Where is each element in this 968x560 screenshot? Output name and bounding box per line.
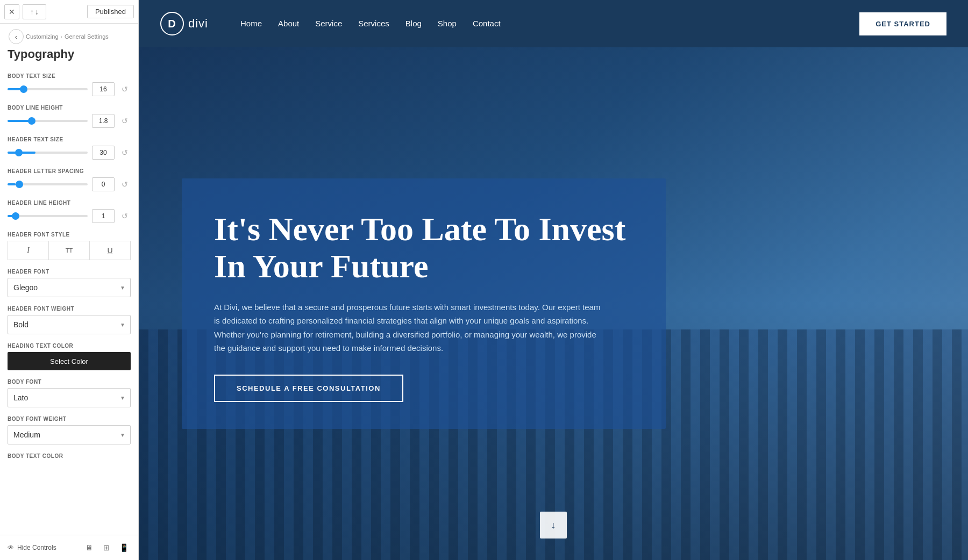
nav-services[interactable]: Services	[358, 19, 389, 28]
body-text-size-track[interactable]	[8, 88, 88, 90]
site-cta-button[interactable]: GET STARTED	[859, 12, 946, 35]
nav-home-link[interactable]: Home	[240, 19, 262, 28]
body-line-height-reset[interactable]: ↺	[119, 115, 131, 127]
header-font-group: HEADER FONT Glegoo ▼	[8, 269, 131, 297]
tablet-icon[interactable]: ⊞	[99, 541, 113, 555]
header-line-height-thumb[interactable]	[12, 212, 19, 220]
heading-text-color-label: HEADING TEXT COLOR	[8, 343, 131, 349]
nav-blog[interactable]: Blog	[405, 19, 422, 28]
body-line-height-thumb[interactable]	[28, 117, 35, 125]
hero-cta-button[interactable]: SCHEDULE A FREE CONSULTATION	[214, 375, 403, 402]
body-text-size-thumb[interactable]	[20, 85, 27, 93]
body-text-color-label: BODY TEXT COLOR	[8, 453, 131, 459]
breadcrumb-current: General Settings	[65, 33, 109, 40]
left-panel: ✕ ↑ ↓ Published ‹ Customizing › General …	[0, 0, 139, 560]
scroll-down-button[interactable]: ↓	[540, 512, 567, 539]
body-line-height-label: BODY LINE HEIGHT	[8, 105, 131, 111]
top-bar: ✕ ↑ ↓ Published	[0, 0, 138, 24]
nav-service[interactable]: Service	[315, 19, 342, 28]
logo-circle: D	[160, 12, 184, 35]
header-line-height-value[interactable]: 1	[92, 209, 115, 223]
header-line-height-label: HEADER LINE HEIGHT	[8, 200, 131, 206]
header-text-size-value[interactable]: 30	[92, 146, 115, 160]
bottom-icons: 🖥 ⊞ 📱	[82, 541, 131, 555]
header-letter-spacing-group: HEADER LETTER SPACING 0 ↺	[8, 168, 131, 191]
nav-about-link[interactable]: About	[278, 19, 299, 28]
body-font-select-wrapper: Lato ▼	[8, 388, 131, 407]
heading-text-color-group: HEADING TEXT COLOR Select Color	[8, 343, 131, 370]
nav-shop[interactable]: Shop	[438, 19, 457, 28]
hero-content: It's Never Too Late To Invest In Your Fu…	[182, 178, 666, 428]
body-line-height-slider-row: 1.8 ↺	[8, 114, 131, 128]
header-line-height-track[interactable]	[8, 215, 88, 217]
nav-blog-link[interactable]: Blog	[405, 19, 422, 28]
header-letter-spacing-thumb[interactable]	[16, 181, 23, 188]
body-line-height-track[interactable]	[8, 120, 88, 122]
body-font-group: BODY FONT Lato ▼	[8, 379, 131, 407]
nav-contact[interactable]: Contact	[473, 19, 501, 28]
hero-body: At Divi, we believe that a secure and pr…	[214, 300, 601, 355]
header-font-label: HEADER FONT	[8, 269, 131, 275]
body-font-weight-select[interactable]: Medium	[8, 425, 131, 444]
body-font-weight-label: BODY FONT WEIGHT	[8, 416, 131, 422]
underline-button[interactable]: U	[90, 241, 131, 260]
breadcrumb-separator: ›	[61, 34, 62, 40]
header-font-weight-select[interactable]: Bold	[8, 315, 131, 334]
header-font-select[interactable]: Glegoo	[8, 278, 131, 297]
site-nav: Home About Service Services Blog Shop Co…	[240, 19, 501, 28]
header-text-size-thumb[interactable]	[15, 149, 23, 156]
bottom-bar: 👁 Hide Controls 🖥 ⊞ 📱	[0, 535, 138, 560]
body-text-size-reset[interactable]: ↺	[119, 83, 131, 95]
header-letter-spacing-reset[interactable]: ↺	[119, 178, 131, 190]
header-letter-spacing-track[interactable]	[8, 183, 88, 185]
select-color-button[interactable]: Select Color	[8, 352, 131, 370]
back-button[interactable]: ‹	[9, 29, 24, 44]
hide-controls-label: Hide Controls	[17, 544, 56, 551]
breadcrumb-parent: Customizing	[26, 33, 59, 40]
site-hero: It's Never Too Late To Invest In Your Fu…	[139, 47, 968, 560]
header-font-style-label: HEADER FONT STYLE	[8, 232, 131, 238]
body-text-size-slider-row: 16 ↺	[8, 82, 131, 96]
body-font-select[interactable]: Lato	[8, 388, 131, 407]
italic-button[interactable]: I	[8, 241, 49, 260]
logo-letter: D	[168, 18, 176, 30]
nav-contact-link[interactable]: Contact	[473, 19, 501, 28]
header-text-size-track[interactable]	[8, 152, 88, 154]
header-line-height-group: HEADER LINE HEIGHT 1 ↺	[8, 200, 131, 223]
header-letter-spacing-value[interactable]: 0	[92, 177, 115, 191]
header-letter-spacing-slider-row: 0 ↺	[8, 177, 131, 191]
mobile-icon[interactable]: 📱	[117, 541, 131, 555]
nav-services-link[interactable]: Services	[358, 19, 389, 28]
header-letter-spacing-label: HEADER LETTER SPACING	[8, 168, 131, 174]
arrow-down-icon: ↓	[551, 520, 556, 531]
close-button[interactable]: ✕	[4, 4, 19, 19]
body-text-size-label: BODY TEXT SIZE	[8, 73, 131, 79]
desktop-icon[interactable]: 🖥	[82, 541, 96, 555]
nav-shop-link[interactable]: Shop	[438, 19, 457, 28]
header-font-select-wrapper: Glegoo ▼	[8, 278, 131, 297]
header-font-weight-group: HEADER FONT WEIGHT Bold ▼	[8, 306, 131, 334]
font-style-row: I TT U	[8, 241, 131, 260]
small-caps-button[interactable]: TT	[49, 241, 90, 260]
header-text-size-slider-row: 30 ↺	[8, 146, 131, 160]
nav-home[interactable]: Home	[240, 19, 262, 28]
site-navbar: D divi Home About Service Services Blog …	[139, 0, 968, 47]
body-font-label: BODY FONT	[8, 379, 131, 385]
hide-controls-button[interactable]: 👁 Hide Controls	[8, 544, 56, 551]
site-preview: D divi Home About Service Services Blog …	[139, 0, 968, 560]
body-text-size-group: BODY TEXT SIZE 16 ↺	[8, 73, 131, 96]
nav-service-link[interactable]: Service	[315, 19, 342, 28]
header-line-height-slider-row: 1 ↺	[8, 209, 131, 223]
body-font-weight-group: BODY FONT WEIGHT Medium ▼	[8, 416, 131, 444]
breadcrumb: ‹ Customizing › General Settings	[0, 24, 138, 46]
published-button[interactable]: Published	[87, 5, 134, 18]
site-logo: D divi	[160, 12, 208, 35]
body-text-size-value[interactable]: 16	[92, 82, 115, 96]
body-line-height-value[interactable]: 1.8	[92, 114, 115, 128]
header-font-weight-label: HEADER FONT WEIGHT	[8, 306, 131, 312]
nav-about[interactable]: About	[278, 19, 299, 28]
header-text-size-reset[interactable]: ↺	[119, 147, 131, 159]
panel-scroll: BODY TEXT SIZE 16 ↺ BODY LINE HEIGHT	[0, 68, 138, 535]
history-arrows[interactable]: ↑ ↓	[23, 4, 46, 19]
header-line-height-reset[interactable]: ↺	[119, 210, 131, 222]
